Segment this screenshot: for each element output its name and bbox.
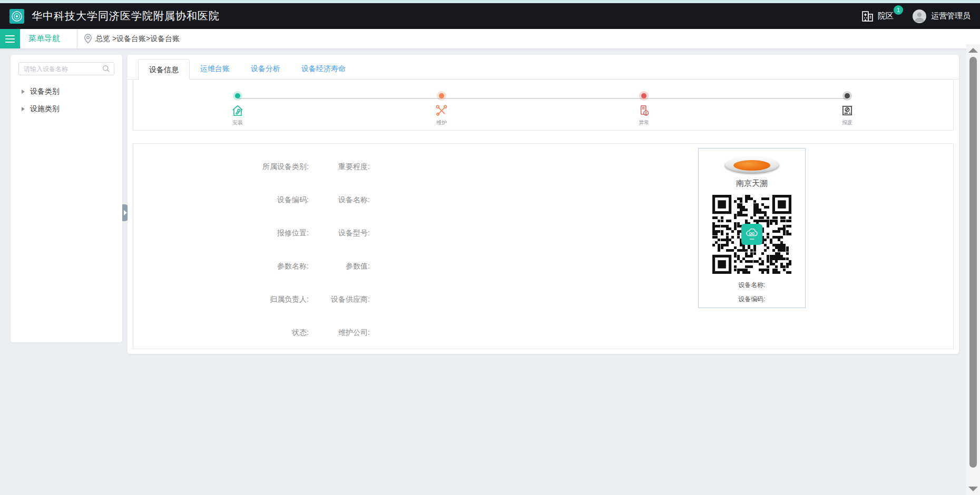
user-menu[interactable]: 运营管理员 xyxy=(913,9,971,23)
field-label-supplier: 设备供应商: xyxy=(309,295,370,304)
cloud-icon xyxy=(746,229,758,237)
location-pin-icon xyxy=(84,34,92,44)
hamburger-menu-icon[interactable] xyxy=(0,29,20,48)
brand-logo xyxy=(724,157,779,174)
field-label-repair-location: 报修位置: xyxy=(133,229,309,238)
form-row: 参数名称: 参数值: xyxy=(133,250,953,283)
tab-maintenance-ledger[interactable]: 运维台账 xyxy=(190,58,240,79)
sidebar: 设备类别 设施类别 xyxy=(11,55,122,342)
qr-device-code-label: 设备编码: xyxy=(699,295,805,304)
device-search-box xyxy=(18,62,114,75)
nav-bar: 菜单导航 总览 >设备台账>设备台账 xyxy=(0,29,980,48)
tab-bar: 设备信息 运维台账 设备分析 设备经济寿命 xyxy=(128,55,959,80)
avatar xyxy=(913,9,926,23)
search-icon xyxy=(102,65,110,73)
qr-center-logo: ▪▪▪▪ xyxy=(741,224,762,245)
nav-divider xyxy=(77,29,77,48)
milestone-label: 维护 xyxy=(436,119,447,126)
tab-device-info[interactable]: 设备信息 xyxy=(138,59,190,80)
tree-item-device-category[interactable]: 设备类别 xyxy=(18,83,114,100)
milestone-maintenance: 维护 xyxy=(418,93,465,126)
campus-count-badge: 1 xyxy=(894,5,903,15)
vertical-scrollbar xyxy=(966,44,980,495)
field-label-owner: 归属负责人: xyxy=(133,295,309,304)
hospital-building-icon xyxy=(861,10,874,23)
field-label-param-value: 参数值: xyxy=(309,262,370,271)
device-qr-card: 南京天溯 ▪▪▪▪ 设备名称: 设备编码: xyxy=(698,148,806,308)
scroll-down-arrow-icon[interactable] xyxy=(968,487,978,491)
breadcrumb[interactable]: 总览 >设备台账>设备台账 xyxy=(95,34,180,44)
campus-button[interactable]: 院区 1 xyxy=(861,10,894,23)
scroll-up-arrow-icon[interactable] xyxy=(968,48,978,53)
field-label-param-name: 参数名称: xyxy=(133,262,309,271)
maintenance-tools-icon xyxy=(435,104,448,117)
lifecycle-timeline: 安装 维护 xyxy=(133,80,954,131)
page-title: 华中科技大学同济医学院附属协和医院 xyxy=(32,9,220,23)
qr-center-caption: ▪▪▪▪ xyxy=(750,237,754,241)
qr-code-wrap: ▪▪▪▪ xyxy=(712,195,791,274)
form-row: 报修位置: 设备型号: xyxy=(133,216,953,250)
field-label-status: 状态: xyxy=(133,328,309,338)
tree-item-label: 设施类别 xyxy=(30,104,60,114)
field-label-maintenance-company: 维护公司: xyxy=(309,328,370,338)
milestone-label: 安装 xyxy=(232,119,243,126)
tree-item-facility-category[interactable]: 设施类别 xyxy=(18,100,114,117)
user-name: 运营管理员 xyxy=(931,11,971,21)
user-icon xyxy=(913,9,926,23)
qr-device-name-label: 设备名称: xyxy=(699,281,805,290)
field-label-device-code: 设备编码: xyxy=(133,195,309,205)
milestone-scrap: 报废 xyxy=(824,93,871,126)
device-info-form: 所属设备类别: 重要程度: 设备编码: 设备名称: 报修位置: 设备型号: 参数… xyxy=(133,143,954,349)
search-input[interactable] xyxy=(19,63,114,75)
tab-device-analysis[interactable]: 设备分析 xyxy=(240,58,291,79)
hospital-logo[interactable] xyxy=(9,9,24,24)
timeline-dot xyxy=(439,93,444,98)
form-row: 设备编码: 设备名称: xyxy=(133,183,953,216)
header-actions: 院区 1 运营管理员 xyxy=(861,9,971,23)
brand-name: 南京天溯 xyxy=(699,179,805,189)
milestone-fault: 异常 xyxy=(620,93,668,126)
tree-item-label: 设备类别 xyxy=(30,87,60,96)
milestone-install: 安装 xyxy=(214,93,261,126)
caret-right-icon xyxy=(22,107,25,111)
form-row: 归属负责人: 设备供应商: xyxy=(133,283,953,316)
caret-right-icon xyxy=(22,90,25,94)
fault-alert-icon xyxy=(637,104,651,117)
main-panel: 设备信息 运维台账 设备分析 设备经济寿命 安装 xyxy=(128,55,959,354)
field-label-device-category: 所属设备类别: xyxy=(133,162,309,172)
scrollbar-thumb[interactable] xyxy=(969,57,977,468)
form-row: 所属设备类别: 重要程度: xyxy=(133,150,953,183)
category-tree: 设备类别 设施类别 xyxy=(18,83,114,117)
field-label-device-model: 设备型号: xyxy=(309,229,370,238)
form-row: 状态: 维护公司: xyxy=(133,316,953,349)
install-house-icon xyxy=(231,104,244,117)
hospital-emblem-icon xyxy=(11,11,23,22)
milestone-label: 异常 xyxy=(639,119,649,126)
app-header: 华中科技大学同济医学院附属协和医院 院区 1 xyxy=(0,3,980,29)
timeline-line xyxy=(238,98,847,99)
timeline-dot xyxy=(641,93,646,98)
field-label-importance: 重要程度: xyxy=(309,162,370,172)
scrap-monitor-icon xyxy=(840,104,854,117)
tab-economic-life[interactable]: 设备经济寿命 xyxy=(291,58,356,79)
field-label-device-name: 设备名称: xyxy=(309,195,370,205)
campus-label: 院区 xyxy=(878,11,894,21)
milestone-label: 报废 xyxy=(842,119,852,126)
timeline-dot xyxy=(235,93,240,98)
menu-nav-label[interactable]: 菜单导航 xyxy=(28,34,60,44)
page: 华中科技大学同济医学院附属协和医院 院区 1 xyxy=(0,0,980,495)
timeline-dot xyxy=(845,93,850,98)
